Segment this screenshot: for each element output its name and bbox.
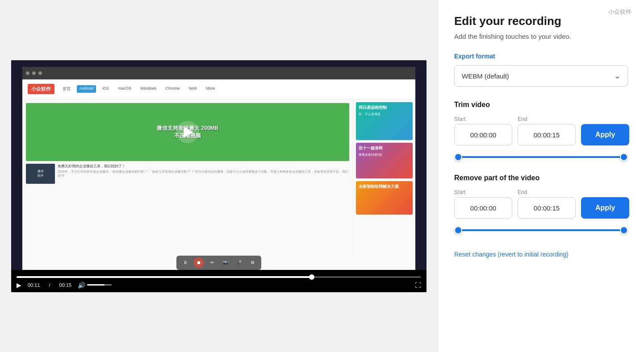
site-sidebar: 同日易远程控制 快、不止是感觉 双十一超有料 爆量必备特惠5折 全新智能组网解决… xyxy=(353,99,415,257)
rec-btn-camera[interactable]: 📷 xyxy=(220,257,231,268)
current-time: 00:11 xyxy=(28,282,40,288)
remove-start-input[interactable] xyxy=(454,197,512,219)
site-body: 微信支持发送最大 200MB不压缩视频 微伴助手 xyxy=(22,99,415,257)
browser-dot-3 xyxy=(38,71,42,75)
sidebar-ad-desc-2: 爆量必备特惠5折 xyxy=(359,153,410,157)
controls-row: ▶ 00:11 / 00:15 🔊 ⛶ xyxy=(17,282,421,289)
fullscreen-button[interactable]: ⛶ xyxy=(415,282,421,289)
rec-btn-pencil[interactable]: ✏ xyxy=(207,257,217,268)
browser-dot-2 xyxy=(32,71,36,75)
site-main: 微信支持发送最大 200MB不压缩视频 微伴助手 xyxy=(22,99,353,257)
article-item-1: 微伴助手 免费又好用的企业微信工具，我们找到了！ 2020年，不少公司向软件成企… xyxy=(26,164,349,184)
format-select-wrapper: WEBM (default) MP4 GIF ⌄ xyxy=(454,65,628,87)
sidebar-ad-1: 同日易远程控制 快、不止是感觉 xyxy=(356,102,413,140)
remove-start-label: Start xyxy=(454,189,512,195)
browser-mock: 小众软件 首页 Android iOS macOS Windows Chrome… xyxy=(22,67,415,270)
rec-btn-settings[interactable]: ⚙ xyxy=(247,257,258,268)
remove-end-label: End xyxy=(518,189,576,195)
trim-start-input[interactable] xyxy=(454,124,512,145)
sidebar-ad-title-3: 全新智能组网解决方案 xyxy=(359,184,410,190)
right-panel: 小众软件 Edit your recording Add the finishi… xyxy=(438,0,644,352)
progress-fill xyxy=(17,276,312,278)
video-play-overlay xyxy=(176,121,199,143)
volume-fill xyxy=(87,284,105,286)
rec-btn-pause[interactable]: ⏸ xyxy=(180,257,191,268)
video-container: 小众软件 首页 Android iOS macOS Windows Chrome… xyxy=(11,60,427,292)
trim-section: Trim video Start End Apply xyxy=(454,101,628,162)
sidebar-ad-title-2: 双十一超有料 xyxy=(359,145,410,151)
remove-range-slider[interactable] xyxy=(454,226,628,235)
trim-inputs-row: Start End Apply xyxy=(454,116,628,145)
rec-btn-stop[interactable]: ⏹ xyxy=(193,257,204,268)
video-controls: ▶ 00:11 / 00:15 🔊 ⛶ xyxy=(11,270,427,292)
nav-android: Android xyxy=(77,85,96,93)
trim-end-input[interactable] xyxy=(518,124,576,145)
nav-more: More xyxy=(203,85,218,93)
browser-content: 小众软件 首页 Android iOS macOS Windows Chrome… xyxy=(22,79,415,270)
nav-macos: macOS xyxy=(115,85,134,93)
sidebar-ad-desc-1: 快、不止是感觉 xyxy=(359,112,410,116)
remove-end-group: End xyxy=(518,189,576,219)
export-format-label: Export format xyxy=(454,53,628,60)
site-nav: 首页 Android iOS macOS Windows Chrome Web … xyxy=(60,85,217,93)
remove-range-thumb-left[interactable] xyxy=(454,226,462,234)
remove-section: Remove part of the video Start End Apply xyxy=(454,174,628,235)
trim-range-thumb-right[interactable] xyxy=(620,153,628,161)
sidebar-ad-title-1: 同日易远程控制 xyxy=(359,105,410,111)
panel-title: Edit your recording xyxy=(454,14,628,28)
site-logo: 小众软件 xyxy=(28,84,54,94)
nav-chrome: Chrome xyxy=(163,85,183,93)
trim-start-group: Start xyxy=(454,116,512,145)
article-thumb-1: 微伴助手 xyxy=(26,164,55,184)
nav-home: 首页 xyxy=(60,85,73,93)
panel-subtitle: Add the finishing touches to your video. xyxy=(454,33,628,40)
volume-icon[interactable]: 🔊 xyxy=(78,282,85,289)
trim-range-track xyxy=(454,156,628,158)
trim-range-thumb-left[interactable] xyxy=(454,153,462,161)
trim-range-slider[interactable] xyxy=(454,153,628,162)
total-time: 00:15 xyxy=(59,282,72,288)
time-separator: / xyxy=(49,282,50,288)
remove-apply-button[interactable]: Apply xyxy=(581,197,629,219)
trim-start-label: Start xyxy=(454,116,512,122)
remove-title: Remove part of the video xyxy=(454,174,628,182)
sidebar-ad-3: 全新智能组网解决方案 xyxy=(356,181,413,215)
recording-toolbar: ⏸ ⏹ ✏ 📷 🎤 ⚙ xyxy=(176,256,261,270)
progress-thumb xyxy=(309,274,314,280)
trim-title: Trim video xyxy=(454,101,628,109)
reset-changes-link[interactable]: Reset changes (revert to initial recordi… xyxy=(454,251,569,258)
progress-bar[interactable] xyxy=(17,276,421,278)
watermark: 小众软件 xyxy=(608,8,631,16)
nav-windows: Windows xyxy=(138,85,159,93)
remove-range-track xyxy=(454,229,628,231)
remove-range-thumb-right[interactable] xyxy=(620,226,628,234)
nav-ios: iOS xyxy=(100,85,112,93)
article-title-1: 免费又好用的企业微信工具，我们找到了！ xyxy=(58,164,349,169)
article-thumb-text-1: 微伴助手 xyxy=(38,169,44,178)
remove-inputs-row: Start End Apply xyxy=(454,189,628,219)
nav-web: Web xyxy=(186,85,200,93)
browser-toolbar xyxy=(22,67,415,79)
rec-btn-mic[interactable]: 🎤 xyxy=(234,257,244,268)
sidebar-ad-2: 双十一超有料 爆量必备特惠5折 xyxy=(356,143,413,178)
featured-article: 微信支持发送最大 200MB不压缩视频 xyxy=(26,103,349,161)
trim-apply-button[interactable]: Apply xyxy=(581,124,629,145)
browser-dot-1 xyxy=(26,71,29,75)
left-panel: 小众软件 首页 Android iOS macOS Windows Chrome… xyxy=(0,0,438,352)
site-header: 小众软件 首页 Android iOS macOS Windows Chrome… xyxy=(22,79,415,99)
remove-start-group: Start xyxy=(454,189,512,219)
remove-end-input[interactable] xyxy=(518,197,576,219)
video-frame: 小众软件 首页 Android iOS macOS Windows Chrome… xyxy=(11,60,427,270)
play-pause-button[interactable]: ▶ xyxy=(17,282,21,289)
format-select[interactable]: WEBM (default) MP4 GIF xyxy=(454,65,628,87)
article-meta-1: 免费又好用的企业微信工具，我们找到了！ 2020年，不少公司向软件成企业微信，"… xyxy=(58,164,349,178)
play-icon xyxy=(184,127,193,137)
article-list: 微伴助手 免费又好用的企业微信工具，我们找到了！ 2020年，不少公司向软件成企… xyxy=(26,164,349,184)
trim-end-group: End xyxy=(518,116,576,145)
trim-end-label: End xyxy=(518,116,576,122)
article-desc-1: 2020年，不少公司向软件成企业微信，"如何微企业微信群打群？"、"如何工具管理… xyxy=(58,170,349,178)
volume-area: 🔊 xyxy=(78,282,112,289)
volume-bar[interactable] xyxy=(87,284,112,286)
